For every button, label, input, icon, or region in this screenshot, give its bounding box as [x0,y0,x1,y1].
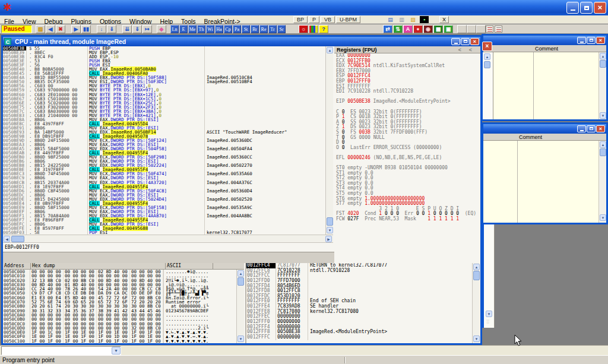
registers-pane[interactable]: Registers (FPU) < < EAX 00000000ECX 0012… [334,46,480,263]
plugin-button-p[interactable]: P [309,16,319,23]
appearance-icon[interactable] [309,25,318,33]
comment-top-vscrollbar[interactable]: ▲ ▼ [598,52,606,119]
chevron-down-icon[interactable]: ▼ [112,347,121,354]
window-button-st[interactable]: St [242,25,250,33]
restore-button[interactable] [580,2,593,14]
empty-toolbar-button[interactable] [476,25,486,33]
scroll-down-icon[interactable]: ▼ [600,214,606,221]
step-into-icon[interactable]: ↓ [97,25,106,33]
scroll-up-icon[interactable]: ▲ [327,47,333,53]
layout-window-icon[interactable] [486,26,493,33]
scroll-thumb[interactable] [238,277,244,286]
scroll-left-icon[interactable]: ◀ [4,236,10,242]
window-button-e[interactable]: E [179,25,188,33]
options-icon[interactable]: ☼ [299,25,308,33]
close-button[interactable]: × [594,2,606,14]
register-line[interactable]: FCW 027F Prec NEAR,53 Mask 1 1 1 1 1 1 [334,217,480,222]
disasm-row[interactable]: 0050BEC3.8B0D 74F45000MOV ECX,DWORD PTR … [3,172,332,176]
console-icon[interactable]: ▪ [420,16,429,23]
disasm-row[interactable]: 0050BF03.5EPOP ESIkernel32.7C817077 [3,230,332,235]
scroll-up-icon[interactable]: ▲ [473,264,480,270]
scroll-down-icon[interactable]: ▼ [486,311,492,317]
comment-list-bottom[interactable] [483,141,598,223]
layout-list-icon[interactable] [495,26,502,33]
breakpoint-icon[interactable]: ● [413,25,423,33]
plugin-button-bp[interactable]: BP [293,16,308,23]
cpu-minimize-button[interactable] [451,38,460,45]
empty-toolbar-button[interactable] [457,25,467,33]
scroll-up-icon[interactable]: ▲ [238,270,244,277]
window-button-wi[interactable]: Wi [206,25,214,33]
minimize-button[interactable] [566,2,579,14]
animate-over-icon[interactable]: ⇓ [132,25,142,33]
window-button-th[interactable]: Th [197,25,205,33]
disasm-row[interactable]: 0050BEE9.8B0D 58F15000MOV ECX,DWORD PTR … [3,205,332,210]
disasm-row[interactable]: 0050BE9D.8B0D 24F15000MOV ECX,DWORD PTR … [3,138,332,143]
help-icon[interactable]: ? [319,25,328,33]
register-line[interactable]: EFL 00000246 (NO,NB,E,BE,NS,PE,GE,LE) [334,156,480,161]
sync-arrows-icon[interactable]: ⇄ [383,25,392,33]
disasm-row[interactable]: 0050BEB0.8B0D 98F25000MOV ECX,DWORD PTR … [3,155,332,159]
scroll-thumb[interactable] [473,271,480,280]
plugin-button-u-bpm[interactable]: U-BPM [336,16,360,23]
scroll-thumb[interactable] [11,236,24,242]
empty-toolbar-button[interactable] [467,25,476,33]
command-combobox[interactable]: ▼ [1,346,121,355]
window-button-sr[interactable]: Sr [277,25,286,33]
window-button-br[interactable]: Br [251,25,259,33]
minimize-button[interactable] [577,125,586,132]
disasm-row[interactable]: 0050BEF7.E8 F896F8FFCALL ImageRed.004955… [3,218,332,222]
collapse-icon[interactable]: < [469,46,472,53]
source-icon[interactable]: ▥ [397,16,406,23]
window-button-pa[interactable]: Pa [233,25,241,33]
go-to-icon[interactable]: ◆ [157,25,166,33]
scroll-thumb[interactable] [600,148,606,156]
animate-into-icon[interactable]: ⇊ [122,25,132,33]
disassembly-hscrollbar[interactable]: ◀ ▶ [3,235,333,242]
register-line[interactable]: T 0 GS 0000 NULL [334,135,480,141]
plugin-button-vb[interactable]: VB [321,16,335,23]
disasm-row[interactable]: 0050BEFE.E8 8597F8FFCALL ImageRed.004956… [3,226,332,230]
obscured-window-close-icon[interactable]: × [482,42,492,51]
disassembly-pane[interactable]: 0050BE38$55PUSH EBP0050BE39.8BECMOV EBP,… [3,46,333,235]
comment-bottom-vscrollbar[interactable]: ▲ ▼ [598,141,606,223]
window-button-ln[interactable]: Ln [170,25,179,33]
restore-button[interactable] [587,125,596,132]
window-grid-icon[interactable]: ▣ [444,25,453,33]
cpu-restore-button[interactable] [461,38,470,45]
disasm-row[interactable]: 0050BED6.8B0D C8F45000MOV ECX,DWORD PTR … [3,189,332,193]
plugin-close-button[interactable]: X [439,16,449,23]
collapse-icon[interactable]: < [458,46,461,53]
close-button[interactable]: × [596,37,605,44]
scroll-down-icon[interactable]: ▼ [600,112,606,119]
close-button[interactable]: × [596,125,605,132]
disasm-row[interactable]: 0050BE38$55PUSH EBP [3,46,332,50]
disasm-row[interactable]: 0050BE3E.53PUSH EBX [3,59,332,63]
window-button-ha[interactable]: Ha [215,25,223,33]
scroll-up-icon[interactable]: ▲ [600,141,606,148]
stack-vscrollbar[interactable]: ▲ ▼ [472,263,480,343]
dump-row[interactable]: 0050C1001F 00 1F 001F 00 1F 001F 00 1F 0… [3,339,244,343]
comment-window-bottom-title[interactable]: × [483,124,606,134]
disasm-row[interactable]: 0050BE8C.E8 4397F8FFCALL ImageRed.004955… [3,122,332,126]
notes-icon[interactable]: ▤ [386,16,395,23]
window-button-me[interactable]: Me [188,25,197,33]
scroll-thumb[interactable] [327,217,333,226]
scroll-up-icon[interactable]: ▲ [600,53,606,59]
stack-pane[interactable]: 0012FFC47C817077RETURN to kernel32.7C817… [245,263,480,343]
scroll-right-icon[interactable]: ▶ [325,236,332,242]
restart-icon[interactable]: ◀ [46,25,55,33]
scroll-up-icon[interactable]: ▲ [484,53,490,60]
comment-column-header[interactable]: Comment [483,45,606,52]
folder-icon[interactable]: ▨ [408,16,417,23]
scroll-thumb[interactable] [484,61,490,68]
window-button-cp[interactable]: Cp [224,25,232,33]
disasm-row[interactable]: 0050BE83.C683 21040000 00MOV BYTE PTR DS… [3,113,332,118]
swap-icon[interactable]: ⇅ [393,25,403,33]
register-line[interactable]: EIP 0050BE38 ImageRed.<ModuleEntryPoint> [334,99,480,105]
window-button-re[interactable]: Re [259,25,268,33]
window-button-tr[interactable]: Tr [268,25,277,33]
open-icon[interactable]: ▨ [36,25,45,33]
disassembly-vscrollbar[interactable]: ▲ ▼ [325,46,333,235]
stack-row[interactable]: 0012FFFC00000000 [246,335,480,340]
